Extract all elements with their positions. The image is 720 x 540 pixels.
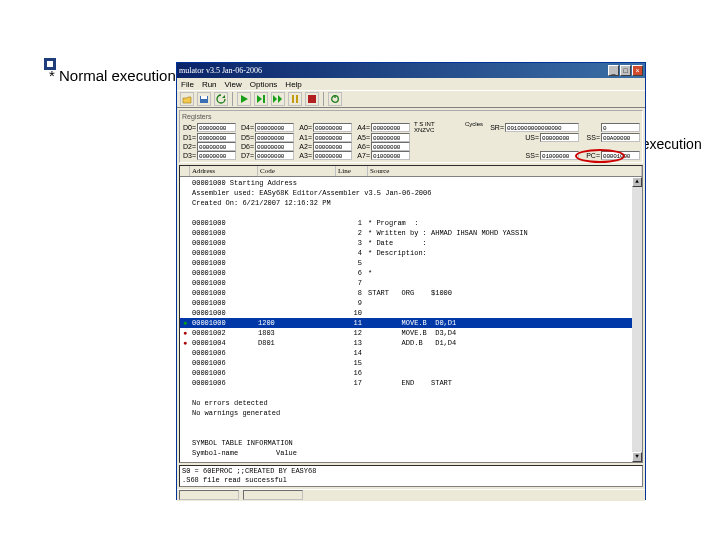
breakpoint-gutter[interactable] (180, 178, 190, 188)
breakpoint-gutter[interactable] (180, 248, 190, 258)
code-line[interactable]: 0000100616 (180, 368, 642, 378)
menu-file[interactable]: File (181, 80, 194, 89)
pause-icon[interactable] (288, 92, 302, 106)
register-value[interactable]: 00000000 (197, 151, 236, 160)
menu-options[interactable]: Options (250, 80, 278, 89)
code-line[interactable]: 0000100615 (180, 358, 642, 368)
register-value[interactable]: 00000000 (313, 133, 352, 142)
code-line[interactable]: 000010005 (180, 258, 642, 268)
breakpoint-gutter[interactable] (180, 198, 190, 208)
code-line[interactable]: 000010004* Description: (180, 248, 642, 258)
save-icon[interactable] (197, 92, 211, 106)
reset-icon[interactable] (328, 92, 342, 106)
minimize-button[interactable]: _ (608, 65, 619, 76)
source-cell: MOVE.B D0,D1 (368, 318, 642, 328)
code-line[interactable]: ●00001002180312 MOVE.B D3,D4 (180, 328, 642, 338)
breakpoint-gutter[interactable] (180, 188, 190, 198)
code-line[interactable]: SYMBOL TABLE INFORMATION (180, 438, 642, 448)
code-line[interactable]: 0000100010 (180, 308, 642, 318)
register-value[interactable]: 01000000 (371, 151, 410, 160)
open-icon[interactable] (180, 92, 194, 106)
register-value[interactable]: 00000000 (540, 133, 579, 142)
breakpoint-gutter[interactable] (180, 378, 190, 388)
maximize-button[interactable]: □ (620, 65, 631, 76)
listing-body[interactable]: 00001000 Starting AddressAssembler used:… (180, 177, 642, 463)
reload-icon[interactable] (214, 92, 228, 106)
register-value[interactable]: 00000000 (371, 123, 410, 132)
register-value[interactable]: 00000000 (197, 123, 236, 132)
col-code[interactable]: Code (258, 166, 336, 176)
breakpoint-gutter[interactable] (180, 258, 190, 268)
code-line[interactable]: ------------------------- (180, 458, 642, 463)
breakpoint-gutter[interactable]: ● (180, 328, 190, 338)
code-line[interactable]: Created On: 6/21/2007 12:16:32 PM (180, 198, 642, 208)
register-value[interactable]: 00000000 (313, 142, 352, 151)
code-line[interactable]: 000010003* Date : (180, 238, 642, 248)
breakpoint-gutter[interactable] (180, 218, 190, 228)
breakpoint-gutter[interactable] (180, 438, 190, 448)
menu-help[interactable]: Help (285, 80, 301, 89)
breakpoint-gutter[interactable] (180, 358, 190, 368)
code-line[interactable]: ●00001000120011 MOVE.B D0,D1 (180, 318, 642, 328)
code-line[interactable]: 000010007 (180, 278, 642, 288)
trace-icon[interactable] (271, 92, 285, 106)
col-source[interactable]: Source (368, 166, 642, 176)
breakpoint-gutter[interactable] (180, 398, 190, 408)
scroll-down-icon[interactable]: ▼ (632, 452, 642, 462)
col-line[interactable]: Line (336, 166, 368, 176)
register-value[interactable]: 00000000 (197, 142, 236, 151)
menu-view[interactable]: View (225, 80, 242, 89)
pc-register-value[interactable]: 00001000 (601, 151, 640, 160)
breakpoint-gutter[interactable]: ● (180, 338, 190, 348)
output-line: .S68 file read successful (182, 476, 640, 485)
breakpoint-gutter[interactable] (180, 228, 190, 238)
register-value[interactable]: 00000000 (255, 142, 294, 151)
register-value[interactable]: 00000000 (255, 151, 294, 160)
code-line[interactable]: 0000100614 (180, 348, 642, 358)
breakpoint-gutter[interactable] (180, 448, 190, 458)
code-line[interactable]: 000010009 (180, 298, 642, 308)
step-icon[interactable] (254, 92, 268, 106)
code-line[interactable]: 000010001* Program : (180, 218, 642, 228)
breakpoint-gutter[interactable] (180, 308, 190, 318)
breakpoint-gutter[interactable] (180, 298, 190, 308)
register-value[interactable]: 01000000 (540, 151, 579, 160)
col-address[interactable]: Address (190, 166, 258, 176)
breakpoint-gutter[interactable] (180, 238, 190, 248)
code-line[interactable]: 000010002* Written by : AHMAD IHSAN MOHD… (180, 228, 642, 238)
breakpoint-gutter[interactable] (180, 458, 190, 463)
breakpoint-gutter[interactable] (180, 288, 190, 298)
menu-run[interactable]: Run (202, 80, 217, 89)
scrollbar-vertical[interactable]: ▲ ▼ (632, 177, 642, 462)
register-value[interactable]: 00000000 (197, 133, 236, 142)
code-line[interactable]: 0000100617 END START (180, 378, 642, 388)
scroll-up-icon[interactable]: ▲ (632, 177, 642, 187)
register-value[interactable]: 00000000 (313, 151, 352, 160)
close-button[interactable]: × (632, 65, 643, 76)
code-line[interactable]: 00001000 Starting Address (180, 178, 642, 188)
register-value[interactable]: 00A00000 (601, 133, 640, 142)
breakpoint-gutter[interactable] (180, 408, 190, 418)
register-value[interactable]: 0 (601, 123, 640, 132)
breakpoint-gutter[interactable] (180, 348, 190, 358)
code-line[interactable]: No errors detected (180, 398, 642, 408)
code-line[interactable]: 000010006* (180, 268, 642, 278)
run-icon[interactable] (237, 92, 251, 106)
register-value[interactable]: 00000000 (255, 133, 294, 142)
breakpoint-gutter[interactable] (180, 368, 190, 378)
address-cell: 00001000 (190, 218, 258, 228)
code-line[interactable]: ●00001004D80113 ADD.B D1,D4 (180, 338, 642, 348)
stop-icon[interactable] (305, 92, 319, 106)
breakpoint-gutter[interactable]: ● (180, 318, 190, 328)
register-value[interactable]: 0010000000000000 (505, 123, 579, 132)
code-line[interactable]: Symbol-name Value (180, 448, 642, 458)
code-line[interactable]: Assembler used: EASy68K Editor/Assembler… (180, 188, 642, 198)
register-value[interactable]: 00000000 (313, 123, 352, 132)
code-line[interactable]: 000010008START ORG $1000 (180, 288, 642, 298)
register-value[interactable]: 00000000 (255, 123, 294, 132)
register-value[interactable]: 00000000 (371, 142, 410, 151)
breakpoint-gutter[interactable] (180, 278, 190, 288)
code-line[interactable]: No warnings generated (180, 408, 642, 418)
register-value[interactable]: 00000000 (371, 133, 410, 142)
breakpoint-gutter[interactable] (180, 268, 190, 278)
